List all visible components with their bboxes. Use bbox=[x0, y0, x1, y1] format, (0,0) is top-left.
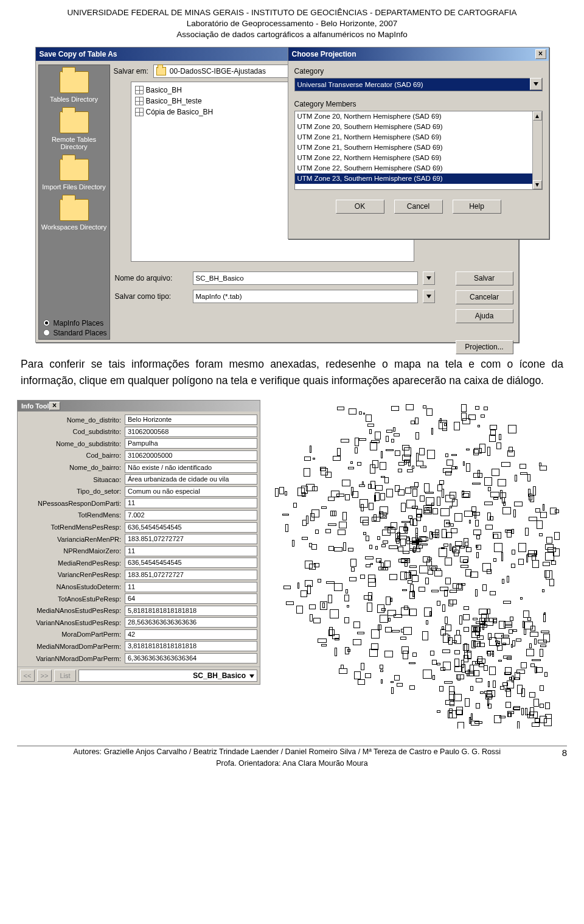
map-polygon[interactable] bbox=[479, 618, 485, 625]
map-polygon[interactable] bbox=[365, 556, 374, 560]
map-polygon[interactable] bbox=[333, 456, 341, 461]
map-polygon[interactable] bbox=[344, 595, 349, 601]
map-polygon[interactable] bbox=[371, 440, 380, 443]
map-polygon[interactable] bbox=[395, 450, 400, 456]
map-polygon[interactable] bbox=[292, 540, 294, 547]
map-polygon[interactable] bbox=[521, 662, 527, 668]
map-polygon[interactable] bbox=[401, 521, 410, 523]
map-polygon[interactable] bbox=[530, 663, 534, 667]
map-polygon[interactable] bbox=[493, 558, 496, 562]
map-polygon[interactable] bbox=[422, 631, 428, 640]
map-polygon[interactable] bbox=[381, 679, 383, 684]
map-polygon[interactable] bbox=[555, 509, 559, 514]
map-polygon[interactable] bbox=[445, 625, 451, 632]
map-polygon[interactable] bbox=[368, 575, 375, 583]
cancel-button[interactable]: Cancel bbox=[394, 200, 443, 214]
map-polygon[interactable] bbox=[502, 507, 511, 514]
map-polygon[interactable] bbox=[540, 645, 546, 647]
map-polygon[interactable] bbox=[501, 462, 510, 467]
map-polygon[interactable] bbox=[475, 626, 479, 635]
map-polygon[interactable] bbox=[420, 466, 426, 469]
map-polygon[interactable] bbox=[311, 544, 317, 550]
info-field-value[interactable]: Belo Horizonte bbox=[125, 415, 257, 425]
map-polygon[interactable] bbox=[437, 485, 442, 491]
map-polygon[interactable] bbox=[416, 509, 423, 517]
map-polygon[interactable] bbox=[518, 543, 527, 552]
map-polygon[interactable] bbox=[463, 644, 470, 651]
map-polygon[interactable] bbox=[517, 721, 520, 729]
info-field-value[interactable]: 183.851,07272727 bbox=[125, 570, 257, 580]
map-polygon[interactable] bbox=[409, 591, 415, 598]
map-polygon[interactable] bbox=[476, 703, 480, 709]
map-polygon[interactable] bbox=[432, 660, 437, 665]
map-polygon[interactable] bbox=[529, 692, 535, 698]
map-polygon[interactable] bbox=[527, 714, 534, 718]
map-polygon[interactable] bbox=[530, 632, 539, 636]
map-polygon[interactable] bbox=[313, 618, 321, 623]
map-polygon[interactable] bbox=[512, 676, 514, 682]
map-polygon[interactable] bbox=[537, 520, 543, 529]
dropdown-icon[interactable] bbox=[530, 78, 542, 90]
info-field-value[interactable]: Área urbanizada de cidade ou vila bbox=[125, 474, 257, 485]
map-polygon[interactable] bbox=[410, 519, 414, 525]
map-polygon[interactable] bbox=[402, 589, 406, 592]
map-polygon[interactable] bbox=[409, 609, 417, 616]
map-polygon[interactable] bbox=[425, 492, 433, 494]
map-polygon[interactable] bbox=[357, 632, 364, 634]
map-polygon[interactable] bbox=[430, 651, 434, 655]
map-polygon[interactable] bbox=[424, 483, 429, 492]
map-polygon[interactable] bbox=[409, 662, 415, 664]
info-field-value[interactable]: 42 bbox=[125, 629, 257, 640]
map-polygon[interactable] bbox=[473, 670, 479, 676]
help-button[interactable]: Help bbox=[453, 200, 501, 214]
map-polygon[interactable] bbox=[463, 614, 470, 620]
map-polygon[interactable] bbox=[416, 453, 419, 461]
map-polygon[interactable] bbox=[350, 559, 357, 567]
category-combo[interactable]: Universal Transverse Mercator (SAD 69) bbox=[294, 78, 543, 91]
map-polygon[interactable] bbox=[445, 495, 454, 502]
map-polygon[interactable] bbox=[465, 542, 468, 546]
map-polygon[interactable] bbox=[545, 544, 554, 550]
members-listbox[interactable]: UTM Zone 20, Northern Hemisphere (SAD 69… bbox=[294, 111, 543, 190]
map-polygon[interactable] bbox=[395, 485, 400, 492]
map-polygon[interactable] bbox=[412, 541, 421, 542]
map-polygon[interactable] bbox=[375, 432, 380, 439]
map-polygon[interactable] bbox=[320, 601, 327, 610]
map-polygon[interactable] bbox=[520, 464, 526, 469]
map-polygon[interactable] bbox=[506, 702, 512, 708]
map-polygon[interactable] bbox=[389, 545, 398, 548]
map-polygon[interactable] bbox=[460, 546, 465, 548]
map-polygon[interactable] bbox=[470, 665, 474, 673]
map-polygon[interactable] bbox=[369, 503, 374, 510]
map-polygon[interactable] bbox=[488, 681, 490, 687]
map-polygon[interactable] bbox=[513, 629, 517, 632]
map-polygon[interactable] bbox=[474, 448, 482, 453]
map-polygon[interactable] bbox=[490, 425, 497, 430]
map-polygon[interactable] bbox=[328, 497, 335, 501]
map-polygon[interactable] bbox=[341, 665, 344, 669]
map-polygon[interactable] bbox=[381, 451, 383, 459]
map-polygon[interactable] bbox=[363, 532, 366, 535]
map-polygon[interactable] bbox=[433, 675, 434, 680]
map-polygon[interactable] bbox=[412, 466, 415, 469]
map-polygon[interactable] bbox=[521, 708, 524, 715]
map-polygon[interactable] bbox=[471, 713, 473, 720]
map-polygon[interactable] bbox=[534, 699, 539, 707]
map-polygon[interactable] bbox=[372, 460, 378, 468]
map-polygon[interactable] bbox=[466, 547, 471, 552]
map-polygon[interactable] bbox=[440, 587, 449, 591]
map-polygon[interactable] bbox=[507, 657, 512, 660]
map-polygon[interactable] bbox=[525, 528, 529, 536]
map-polygon[interactable] bbox=[321, 506, 327, 509]
map-polygon[interactable] bbox=[484, 502, 493, 505]
map-polygon[interactable] bbox=[511, 564, 515, 568]
info-field-value[interactable]: 64 bbox=[125, 593, 257, 604]
map-polygon[interactable] bbox=[482, 584, 487, 591]
map-polygon[interactable] bbox=[474, 721, 482, 724]
map-polygon[interactable] bbox=[516, 670, 525, 674]
map-polygon[interactable] bbox=[510, 617, 513, 621]
map-polygon[interactable] bbox=[447, 460, 453, 466]
map-polygon[interactable] bbox=[383, 515, 386, 517]
map-polygon[interactable] bbox=[462, 418, 470, 424]
map-polygon[interactable] bbox=[388, 610, 396, 616]
